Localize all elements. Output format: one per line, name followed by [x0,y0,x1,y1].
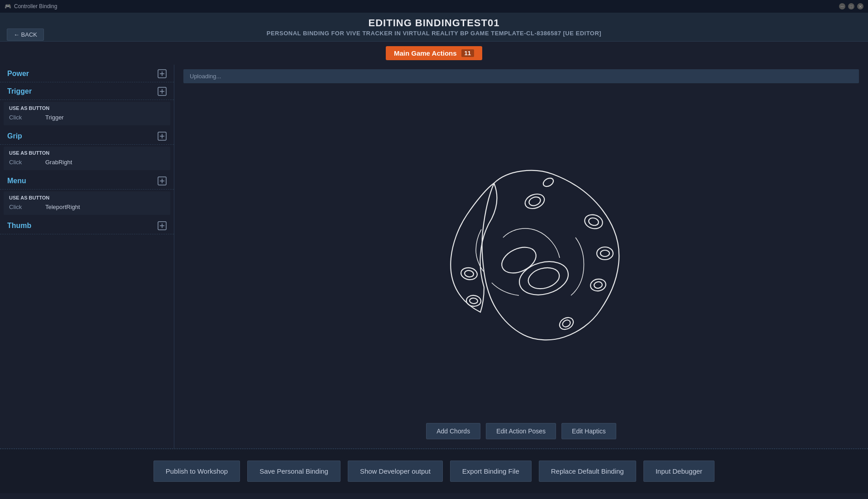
header-subtitle: PERSONAL BINDING FOR VIVE TRACKER IN VIR… [9,30,859,37]
section-title-trigger: Trigger [7,87,32,95]
add-chords-button[interactable]: Add Chords [426,423,480,439]
section-title-menu: Menu [7,177,26,185]
window-controls[interactable]: ─ □ ✕ [839,3,863,10]
menu-binding-row: Click TeleportRight [9,203,165,211]
replace-default-binding-button[interactable]: Replace Default Binding [539,461,636,482]
section-title-power: Power [7,70,29,78]
trigger-binding-row: Click Trigger [9,113,165,122]
svg-point-19 [597,247,613,260]
trigger-binding-card: USE AS BUTTON Click Trigger [4,102,170,125]
section-title-grip: Grip [7,132,22,140]
trigger-card-label: USE AS BUTTON [9,105,165,111]
action-set-bar: Main Game Actions 11 [0,42,868,65]
header-title: EDITING BINDINGTEST01 [9,17,859,29]
svg-point-22 [594,281,603,289]
trigger-action-value: Trigger [45,114,64,121]
minimize-button[interactable]: ─ [839,3,845,10]
controller-area [183,88,859,418]
grip-action-name: Click [9,159,41,166]
action-buttons-group: Add Chords Edit Action Poses Edit Haptic… [426,423,616,439]
section-title-thumb: Thumb [7,222,31,230]
svg-point-29 [516,256,572,299]
svg-point-16 [528,195,542,207]
grip-binding-row: Click GrabRight [9,158,165,166]
section-add-power[interactable] [158,69,167,78]
section-header-power[interactable]: Power [0,65,174,82]
svg-point-24 [561,318,572,328]
section-add-trigger[interactable] [158,87,167,96]
app-icon: 🎮 [5,3,11,10]
title-bar: 🎮 Controller Binding ─ □ ✕ [0,0,868,13]
grip-binding-card: USE AS BUTTON Click GrabRight [4,147,170,170]
section-header-thumb[interactable]: Thumb [0,217,174,234]
menu-action-value: TeleportRight [45,204,80,210]
section-header-menu[interactable]: Menu [0,172,174,190]
show-developer-output-button[interactable]: Show Developer output [348,461,443,482]
back-button[interactable]: ← BACK [7,29,44,41]
svg-point-30 [526,264,561,292]
center-panel: Uploading... [174,65,868,448]
main-content: Power Trigger USE AS BUTTON [0,65,868,449]
maximize-button[interactable]: □ [848,3,854,10]
action-set-pill[interactable]: Main Game Actions 11 [386,46,482,60]
save-personal-binding-button[interactable]: Save Personal Binding [247,461,340,482]
uploading-bar: Uploading... [183,69,859,83]
menu-card-label: USE AS BUTTON [9,195,165,200]
export-binding-file-button[interactable]: Export Binding File [450,461,532,482]
svg-point-17 [583,213,604,230]
svg-point-27 [466,295,481,307]
section-header-trigger[interactable]: Trigger [0,82,174,100]
publish-workshop-button[interactable]: Publish to Workshop [153,461,240,482]
header: ← BACK EDITING BINDINGTEST01 PERSONAL BI… [0,13,868,42]
svg-point-23 [557,315,575,332]
svg-point-21 [590,278,607,292]
svg-point-25 [460,266,478,281]
section-header-grip[interactable]: Grip [0,127,174,145]
svg-point-20 [600,250,609,257]
grip-action-value: GrabRight [45,159,72,166]
action-set-count: 11 [461,49,474,57]
trigger-action-name: Click [9,114,41,121]
svg-point-26 [464,270,474,277]
section-add-menu[interactable] [158,176,167,185]
menu-binding-card: USE AS BUTTON Click TeleportRight [4,191,170,215]
edit-action-poses-button[interactable]: Edit Action Poses [486,423,556,439]
section-add-grip[interactable] [158,132,167,141]
svg-point-18 [588,217,599,226]
svg-point-28 [470,298,478,304]
input-debugger-button[interactable]: Input Debugger [643,461,715,482]
sidebar: Power Trigger USE AS BUTTON [0,65,174,448]
svg-point-32 [542,176,555,188]
close-button[interactable]: ✕ [857,3,863,10]
action-set-label: Main Game Actions [394,49,457,57]
edit-haptics-button[interactable]: Edit Haptics [561,423,616,439]
title-bar-left: 🎮 Controller Binding [5,3,57,10]
controller-image [403,156,639,351]
section-add-thumb[interactable] [158,221,167,230]
app-title: Controller Binding [14,3,57,10]
svg-point-15 [523,191,547,211]
grip-card-label: USE AS BUTTON [9,150,165,156]
menu-action-name: Click [9,204,41,210]
bottom-bar: Publish to Workshop Save Personal Bindin… [0,449,868,493]
